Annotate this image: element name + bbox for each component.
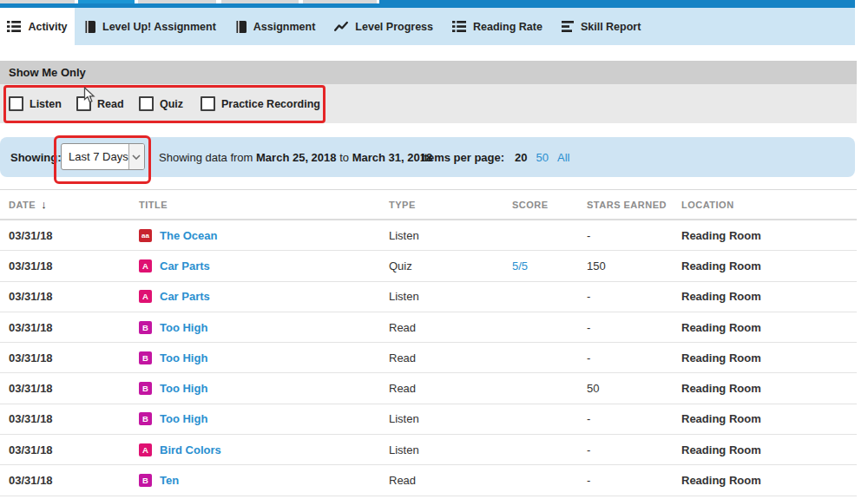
title-link[interactable]: Car Parts (160, 259, 210, 272)
checkbox-box-icon[interactable] (139, 96, 154, 111)
cell-location: Reading Room (674, 382, 857, 395)
tab-bar: ActivityLevel Up! AssignmentAssignmentLe… (0, 8, 855, 45)
show-me-only-header: Show Me Only (0, 61, 857, 84)
upper-nav-fill (379, 0, 855, 3)
cell-stars: - (580, 321, 674, 334)
table-row: 03/31/18ACar PartsQuiz5/5150Reading Room (0, 251, 857, 281)
table-row: 03/31/18BToo HighRead-Reading Room (0, 312, 857, 343)
cell-type: Listen (382, 229, 505, 242)
title-link[interactable]: Bird Colors (160, 443, 221, 456)
cell-type: Quiz (382, 259, 505, 272)
level-badge: A (139, 290, 152, 303)
tab-label: Level Progress (355, 21, 433, 33)
level-badge: B (139, 382, 152, 395)
upper-nav-tab[interactable] (303, 0, 377, 3)
cell-type: Listen (382, 412, 505, 425)
tab-label: Level Up! Assignment (102, 21, 216, 33)
list-icon (7, 21, 21, 32)
title-link[interactable]: Too High (160, 321, 207, 334)
cell-stars: 150 (580, 259, 674, 272)
upper-nav-tab[interactable] (0, 0, 75, 3)
cell-stars: - (580, 290, 674, 303)
level-badge: B (139, 351, 152, 364)
page-size-options: Items per page: 2050All (421, 151, 569, 164)
page-size-20[interactable]: 20 (515, 151, 527, 164)
cell-location: Reading Room (674, 229, 857, 242)
title-link[interactable]: Too High (160, 412, 207, 425)
cell-title: ABird Colors (130, 443, 382, 456)
table-row: 03/31/18BTenRead-Reading Room (0, 465, 857, 496)
cell-title: ACar Parts (130, 290, 382, 303)
bars-icon (562, 21, 574, 32)
cell-date: 03/31/18 (0, 290, 130, 303)
upper-nav-tab[interactable] (221, 0, 299, 3)
page-size-50[interactable]: 50 (536, 151, 549, 164)
cell-location: Reading Room (674, 321, 857, 334)
table-row: 03/31/18BToo HighRead50Reading Room (0, 373, 857, 404)
tab-assignment[interactable]: Assignment (226, 8, 326, 45)
chart-line-icon (334, 21, 348, 32)
tab-skill-report[interactable]: Skill Report (552, 8, 650, 45)
checkbox-label: Practice Recording (221, 98, 320, 110)
level-badge: A (139, 259, 152, 272)
cell-date: 03/31/18 (0, 321, 130, 334)
upper-nav-tab[interactable] (138, 0, 216, 3)
cell-stars: 50 (580, 382, 674, 395)
table-body: 03/31/18aaThe OceanListen-Reading Room03… (0, 220, 857, 496)
column-header-type: TYPE (382, 200, 505, 210)
items-per-page-label: Items per page: (421, 151, 504, 164)
cell-type: Read (382, 474, 505, 487)
level-badge: B (139, 412, 152, 425)
level-badge: B (139, 474, 152, 487)
checkbox-box-icon[interactable] (201, 96, 215, 111)
table-row: 03/31/18aaThe OceanListen-Reading Room (0, 220, 857, 251)
filter-row: ListenReadQuizPractice Recording (0, 84, 857, 123)
checkbox-label: Quiz (160, 98, 183, 110)
cell-title: aaThe Ocean (130, 229, 382, 242)
title-link[interactable]: Too High (160, 382, 207, 395)
cell-score: 5/5 (505, 259, 580, 272)
cell-location: Reading Room (674, 259, 857, 272)
cell-title: ACar Parts (130, 259, 382, 272)
tab-level-up-assignment[interactable]: Level Up! Assignment (75, 8, 226, 45)
checkbox-box-icon[interactable] (9, 96, 23, 111)
book-icon (84, 21, 95, 33)
column-header-stars-earned: STARS EARNED (580, 200, 674, 210)
date-range-dropdown[interactable]: Last 7 Days (61, 143, 145, 170)
cell-stars: - (580, 229, 674, 242)
title-link[interactable]: Car Parts (160, 290, 210, 303)
title-link[interactable]: Ten (160, 474, 179, 487)
date-from: March 25, 2018 (256, 151, 337, 164)
checkbox-read[interactable]: Read (76, 84, 124, 123)
cell-date: 03/31/18 (0, 229, 130, 242)
table-row: 03/31/18ACar PartsListen-Reading Room (0, 282, 857, 312)
title-link[interactable]: Too High (160, 351, 207, 364)
upper-nav-tab-active[interactable] (78, 0, 135, 3)
date-range-prefix: Showing data from (159, 151, 253, 164)
cell-location: Reading Room (674, 443, 857, 456)
tab-level-progress[interactable]: Level Progress (325, 8, 443, 45)
cell-type: Read (382, 321, 505, 334)
cell-title: BToo High (130, 351, 382, 364)
level-badge: B (139, 321, 152, 334)
tab-label: Activity (28, 21, 67, 33)
tab-activity[interactable]: Activity (0, 8, 75, 45)
upper-nav-strip (0, 0, 855, 8)
checkbox-box-icon[interactable] (76, 96, 91, 111)
date-range-text: Showing data from March 25, 2018 to Marc… (159, 151, 432, 164)
page-size-all[interactable]: All (557, 151, 569, 164)
score-link[interactable]: 5/5 (512, 259, 528, 272)
title-link[interactable]: The Ocean (160, 229, 217, 242)
checkbox-listen[interactable]: Listen (9, 84, 62, 123)
show-me-only-title: Show Me Only (0, 66, 86, 79)
checkbox-label: Read (97, 98, 124, 110)
book-icon (235, 21, 247, 33)
column-header-date[interactable]: DATE↓ (0, 198, 130, 211)
tab-reading-rate[interactable]: Reading Rate (443, 8, 552, 45)
date-range-mid: to (339, 151, 349, 164)
cell-location: Reading Room (674, 351, 857, 364)
showing-label: Showing: (10, 151, 62, 164)
cell-date: 03/31/18 (0, 412, 130, 425)
checkbox-quiz[interactable]: Quiz (139, 84, 183, 123)
checkbox-practice-recording[interactable]: Practice Recording (201, 84, 320, 123)
